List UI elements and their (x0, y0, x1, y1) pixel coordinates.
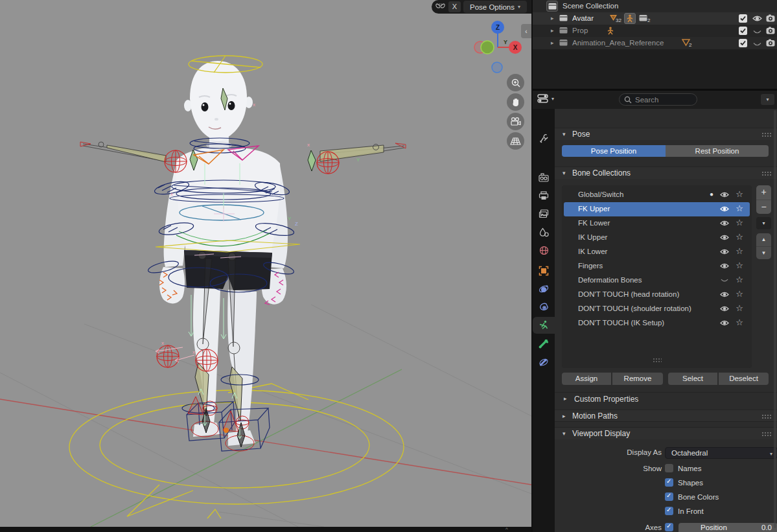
add-button[interactable]: + (756, 185, 771, 200)
tab-tool[interactable] (533, 130, 555, 147)
custom-properties-header[interactable]: ▸ Custom Properties (555, 392, 777, 405)
assign-button[interactable]: Assign (562, 373, 612, 385)
names-checkbox[interactable] (665, 464, 673, 472)
outliner-row-avatar[interactable]: ▸ Avatar 32 2 (533, 12, 777, 25)
eye-closed-icon[interactable] (752, 41, 762, 49)
tab-world[interactable] (533, 242, 555, 259)
solo-star-icon[interactable]: ☆ (736, 189, 743, 199)
solo-star-icon[interactable]: ☆ (736, 260, 743, 270)
editor-type-button[interactable]: ▾ (537, 93, 554, 104)
solo-star-icon[interactable]: ☆ (736, 203, 743, 213)
pan-hand-button[interactable] (507, 93, 524, 111)
panel-grip[interactable] (761, 414, 772, 419)
bone-collection-row[interactable]: IK Upper ☆ (564, 231, 750, 245)
rest-position-button[interactable]: Rest Position (666, 145, 769, 157)
deselect-button[interactable]: Deselect (719, 373, 769, 385)
render-camera-icon[interactable] (766, 14, 775, 23)
zoom-button[interactable] (507, 74, 524, 91)
pose-panel-header[interactable]: ▾ Pose (555, 128, 777, 140)
sidebar-toggle[interactable]: ‹ (521, 24, 531, 38)
visibility-eye-icon[interactable] (720, 262, 729, 271)
viewport-display-panel-header[interactable]: ▾ Viewport Display (555, 427, 777, 439)
visibility-eye-icon[interactable] (720, 234, 729, 242)
tab-output[interactable] (533, 187, 555, 204)
move-up-button[interactable]: ▲ (756, 233, 771, 246)
tab-bone-constraints[interactable] (533, 353, 555, 370)
render-camera-icon[interactable] (766, 27, 775, 36)
visibility-eye-icon[interactable] (720, 305, 729, 314)
list-specials-menu[interactable]: ▾ (756, 217, 771, 229)
selectable-checkbox[interactable] (739, 39, 747, 49)
viewport-scene[interactable]: x x Y Y Z x x x (0, 0, 531, 527)
motion-paths-panel-header[interactable]: ▸ Motion Paths (555, 410, 777, 422)
tab-physics[interactable] (533, 281, 555, 297)
timeline-edge[interactable]: ^ (0, 527, 531, 532)
expand-caret-icon[interactable]: ^ (505, 527, 508, 532)
tab-object[interactable] (533, 262, 555, 279)
3d-viewport[interactable]: x x Y Y Z x x x X Pose (0, 0, 531, 527)
expander-icon[interactable]: ▸ (551, 15, 554, 21)
filter-dropdown-button[interactable]: ▾ (761, 94, 774, 105)
pose-position-button[interactable]: Pose Position (562, 145, 666, 157)
character-mesh[interactable] (159, 61, 288, 446)
tab-armature-data[interactable] (533, 317, 555, 334)
display-as-dropdown[interactable]: Octahedral ▾ (665, 447, 777, 459)
tab-view-layer[interactable] (533, 205, 555, 222)
bone-colors-checkbox[interactable] (665, 492, 673, 501)
mirror-x-button[interactable]: X (448, 1, 461, 12)
axes-position-slider[interactable]: Position 0.0 (678, 523, 777, 532)
bone-collections-panel-header[interactable]: ▾ Bone Collections (555, 167, 777, 179)
solo-star-icon[interactable]: ☆ (736, 318, 743, 327)
scrollbar[interactable] (774, 110, 776, 528)
bone-collection-row[interactable]: Fingers ☆ (564, 259, 750, 273)
eye-icon[interactable] (752, 15, 762, 23)
panel-grip[interactable] (761, 171, 772, 176)
tab-scene[interactable] (533, 224, 555, 240)
search-input[interactable]: Search (619, 93, 697, 106)
outliner-row-prop[interactable]: ▸ Prop (533, 25, 777, 37)
selectable-checkbox[interactable] (739, 14, 747, 24)
selectable-checkbox[interactable] (739, 27, 747, 36)
visibility-eye-icon[interactable] (720, 191, 729, 200)
axes-checkbox[interactable] (665, 523, 673, 531)
panel-grip[interactable] (761, 132, 772, 137)
x-mirror-icon[interactable] (435, 2, 446, 14)
bone-collection-row[interactable]: FK Lower ☆ (564, 216, 750, 231)
bone-collection-row[interactable]: IK Lower ☆ (564, 245, 750, 259)
solo-star-icon[interactable]: ☆ (736, 303, 743, 313)
orthographic-grid-button[interactable] (507, 132, 524, 150)
visibility-eye-icon[interactable] (720, 220, 729, 228)
visibility-eye-closed-icon[interactable] (720, 277, 729, 285)
solo-star-icon[interactable]: ☆ (736, 289, 743, 299)
panel-grip[interactable] (761, 432, 772, 436)
visibility-eye-icon[interactable] (720, 291, 729, 299)
bone-collection-row[interactable]: DON'T TOUCH (shoulder rotation) ☆ (564, 302, 750, 316)
outliner-row-animation-area[interactable]: ▸ Animation_Area_Reference 2 (533, 37, 777, 49)
bone-collection-row[interactable]: Deformation Bones ☆ (564, 273, 750, 288)
solo-star-icon[interactable]: ☆ (736, 275, 743, 284)
list-resize-grip[interactable] (653, 358, 662, 363)
tab-object-constraints[interactable] (533, 299, 555, 316)
solo-star-icon[interactable]: ☆ (736, 246, 743, 256)
bone-collection-row[interactable]: Global/Switch ● ☆ (564, 188, 750, 202)
bone-collection-row-selected[interactable]: FK Upper ☆ (564, 202, 750, 216)
remove-button[interactable]: − (756, 200, 771, 214)
expander-icon[interactable]: ▸ (551, 27, 554, 34)
pose-options-dropdown[interactable]: Pose Options ▾ (463, 1, 527, 13)
bone-collection-row[interactable]: DON'T TOUCH (IK Setup) ☆ (564, 316, 750, 330)
bone-collection-row[interactable]: DON'T TOUCH (head rotation) ☆ (564, 288, 750, 302)
tab-render[interactable] (533, 169, 555, 186)
visibility-eye-icon[interactable] (720, 205, 729, 214)
render-camera-icon[interactable] (766, 39, 775, 48)
select-button[interactable]: Select (668, 373, 718, 385)
visibility-eye-icon[interactable] (720, 248, 729, 257)
camera-view-button[interactable] (507, 113, 524, 130)
in-front-checkbox[interactable] (665, 507, 673, 515)
tab-bone[interactable] (533, 335, 555, 352)
outliner-row-scene-collection[interactable]: Scene Collection (533, 0, 777, 12)
remove-button[interactable]: Remove (612, 373, 663, 385)
solo-star-icon[interactable]: ☆ (736, 232, 743, 242)
expander-icon[interactable]: ▸ (551, 40, 554, 46)
eye-closed-icon[interactable] (752, 29, 762, 36)
visibility-eye-icon[interactable] (720, 319, 729, 328)
